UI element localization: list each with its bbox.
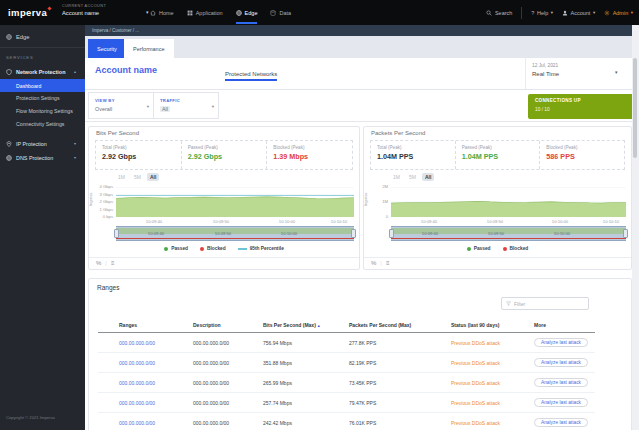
stat-passed-peak: Passed (Peak) 2.92 Gbps <box>181 141 267 169</box>
column-header[interactable]: Status (last 90 days) <box>451 322 534 328</box>
panel-title: Packets Per Second <box>371 130 425 136</box>
navigator-tick: 10:10:00 <box>545 231 579 236</box>
range-link[interactable]: 000.00.000.0/00 <box>119 360 193 366</box>
range-button-all[interactable]: All <box>147 173 159 181</box>
navigator-handle-right[interactable] <box>351 229 356 238</box>
navigator-handle-left[interactable] <box>389 229 394 238</box>
packets-max-value: 76.01K PPS <box>349 420 451 426</box>
range-button-5m[interactable]: 5M <box>406 173 419 181</box>
column-header[interactable]: Ranges <box>119 322 193 328</box>
connections-up-label: CONNECTIONS UP <box>535 98 581 103</box>
traffic-value: All <box>160 106 170 112</box>
range-link[interactable]: 000.00.000.0/00 <box>119 340 193 346</box>
tab-performance[interactable]: Performance <box>124 39 174 58</box>
status-badge: Previous DDoS attack <box>451 360 534 366</box>
chart-navigator[interactable]: 10:09:40 10:09:50 10:10:00 <box>116 226 354 241</box>
sidebar-group-dns-protection[interactable]: DNS Protection ▾ <box>0 151 85 164</box>
sidebar-group-ip-protection[interactable]: IP Protection ▾ <box>0 137 85 150</box>
menu-icon[interactable]: ≡ <box>386 260 390 266</box>
nav-item-data[interactable]: Data <box>270 0 291 25</box>
bits-area-chart[interactable] <box>116 187 354 217</box>
column-header[interactable]: Packets Per Second (Max) <box>349 322 451 328</box>
navigator-handle-left[interactable] <box>114 229 119 238</box>
legend-item-blocked[interactable]: Blocked <box>503 246 529 251</box>
filter-input[interactable] <box>514 301 584 307</box>
legend-item-95th-percentile[interactable]: 95th Percentile <box>238 246 284 251</box>
time-mode-caret-icon[interactable]: ▾ <box>615 69 618 75</box>
traffic-dropdown[interactable]: TRAFFIC All ▾ <box>153 92 219 119</box>
sidebar-item-protection-settings[interactable]: Protection Settings <box>16 95 60 101</box>
navigator-blocked-line <box>116 238 354 239</box>
legend-label: 95th Percentile <box>250 246 284 251</box>
y-tick: 2 Gbps <box>93 199 113 204</box>
chart-legend: Passed Blocked <box>364 246 631 251</box>
stat-label: Passed (Peak) <box>462 145 534 150</box>
current-account-label: CURRENT ACCOUNT <box>62 4 106 8</box>
percent-icon[interactable]: % <box>96 260 101 266</box>
connections-up-banner: CONNECTIONS UP 10 / 10 Details <box>528 94 639 119</box>
tab-security[interactable]: Security <box>88 39 126 58</box>
column-header-sorted[interactable]: Bits Per Second (Max)▴ <box>263 322 349 328</box>
time-mode-selector[interactable]: Real Time <box>532 71 559 77</box>
view-by-dropdown[interactable]: VIEW BY Overall ▾ <box>88 92 154 119</box>
nav-item-home[interactable]: Home <box>150 0 174 25</box>
ranges-title: Ranges <box>97 284 119 291</box>
range-link[interactable]: 000.00.000.0/00 <box>119 400 193 406</box>
column-header[interactable]: Description <box>193 322 263 328</box>
range-buttons: 1M 5M All <box>390 173 434 181</box>
stat-value: 586 PPS <box>546 152 618 161</box>
percent-icon[interactable]: % <box>371 260 376 266</box>
range-button-1m[interactable]: 1M <box>115 173 128 181</box>
range-button-all[interactable]: All <box>422 173 434 181</box>
sidebar-group-network-protection[interactable]: Network Protection ▴ <box>0 65 85 78</box>
chart-legend: Passed Blocked 95th Percentile <box>89 246 359 251</box>
bits-per-second-panel: Bits Per Second Total (Peak) 2.92 Gbps P… <box>88 126 360 270</box>
analyze-last-attack-button[interactable]: Analyze last attack <box>534 378 588 387</box>
chevron-up-icon: ▴ <box>74 69 76 74</box>
search-button[interactable]: Search <box>486 10 512 16</box>
subtab-protected-networks[interactable]: Protected Networks <box>225 71 277 77</box>
legend-item-passed[interactable]: Passed <box>467 246 491 251</box>
panel-footer-divider <box>364 257 631 258</box>
sidebar-item-connectivity-settings[interactable]: Connectivity Settings <box>16 121 64 127</box>
account-selector-caret-icon[interactable]: ▾ <box>146 9 149 15</box>
current-account-selector[interactable]: CURRENT ACCOUNT Account name <box>62 4 106 16</box>
menu-icon[interactable]: ≡ <box>111 260 115 266</box>
packets-area-chart[interactable] <box>391 187 626 217</box>
ranges-table: Ranges Description Bits Per Second (Max)… <box>98 317 595 430</box>
account-person-icon <box>562 10 568 16</box>
legend-item-passed[interactable]: Passed <box>164 246 188 251</box>
account-menu[interactable]: Account ▾ <box>562 10 595 16</box>
admin-menu[interactable]: Admin ▾ <box>604 10 633 16</box>
nav-item-edge[interactable]: Edge <box>236 0 258 25</box>
range-button-5m[interactable]: 5M <box>131 173 144 181</box>
chart-navigator[interactable]: 10:09:40 10:09:50 10:10:00 <box>391 226 626 241</box>
nav-item-label: Data <box>279 10 291 16</box>
analyze-last-attack-button[interactable]: Analyze last attack <box>534 358 588 367</box>
panel-footer-icons: % | ≡ <box>96 260 114 266</box>
range-link[interactable]: 000.00.000.0/00 <box>119 380 193 386</box>
top-bar-divider <box>521 7 522 19</box>
column-header[interactable]: More <box>534 322 595 328</box>
legend-item-blocked[interactable]: Blocked <box>200 246 226 251</box>
stat-label: Total (Peak) <box>102 145 175 150</box>
sidebar-item-flow-monitoring-settings[interactable]: Flow Monitoring Settings <box>16 108 73 114</box>
packets-max-value: 79.47K PPS <box>349 400 451 406</box>
analyze-last-attack-button[interactable]: Analyze last attack <box>534 418 588 427</box>
range-link[interactable]: 000.00.000.0/00 <box>119 420 193 426</box>
scrollbar-thumb[interactable] <box>633 58 637 158</box>
stat-label: Passed (Peak) <box>188 145 261 150</box>
sidebar-item-dashboard[interactable]: Dashboard <box>0 79 85 92</box>
breadcrumb[interactable]: Imperva / Customer / ... <box>92 28 139 33</box>
x-tick: 10:09:50 <box>480 219 510 224</box>
sidebar-item-edge[interactable]: Edge <box>0 29 85 45</box>
nav-item-application[interactable]: Application <box>187 0 223 25</box>
range-button-1m[interactable]: 1M <box>390 173 403 181</box>
analyze-last-attack-button[interactable]: Analyze last attack <box>534 398 588 407</box>
navigator-handle-right[interactable] <box>623 229 628 238</box>
help-menu[interactable]: ? Help ▾ <box>531 10 553 16</box>
analyze-last-attack-button[interactable]: Analyze last attack <box>534 338 588 347</box>
stat-value: 1.39 Mbps <box>273 152 346 161</box>
stat-label: Blocked (Peak) <box>546 145 618 150</box>
status-badge: Previous DDoS attack <box>451 380 534 386</box>
